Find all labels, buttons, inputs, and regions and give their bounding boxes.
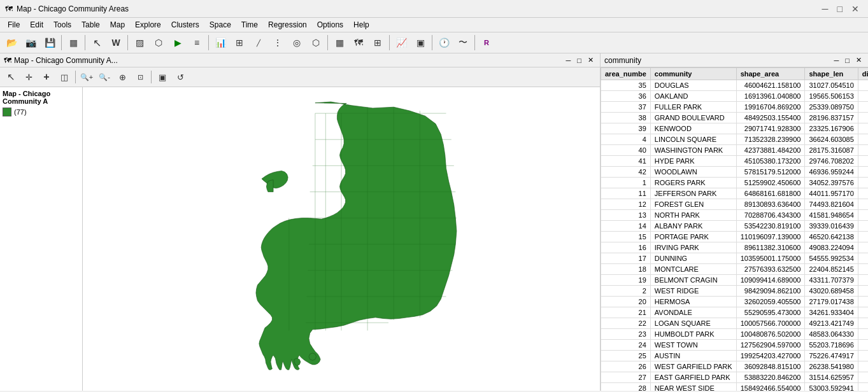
table-cell: 64868161.681800: [736, 188, 805, 199]
wave-btn[interactable]: 〜: [454, 34, 472, 52]
table-row[interactable]: 17DUNNING103595001.17500054555.9925343: [601, 253, 869, 264]
col-header-area-numbe[interactable]: area_numbe: [601, 68, 651, 80]
bar-chart-btn[interactable]: 📊: [211, 34, 229, 52]
table-row[interactable]: 2WEST RIDGE98429094.86210043020.6894581: [601, 286, 869, 297]
add-layer-btn[interactable]: +: [38, 69, 55, 85]
menu-regression[interactable]: Regression: [263, 19, 312, 31]
cart-btn[interactable]: ⊞: [369, 34, 387, 52]
menu-file[interactable]: File: [3, 19, 25, 31]
dot-plot-btn[interactable]: ⋮: [269, 34, 287, 52]
table-cell: 19565.506153: [805, 91, 858, 102]
table-cell: 43311.707379: [805, 275, 858, 286]
map-close-btn[interactable]: ✕: [585, 55, 596, 65]
close-btn[interactable]: ✕: [848, 3, 863, 15]
menu-table[interactable]: Table: [76, 19, 105, 31]
grid-btn[interactable]: ▦: [331, 34, 348, 52]
table-row[interactable]: 25AUSTIN199254203.42700075226.4749175: [601, 351, 869, 361]
pan-tool-btn[interactable]: ✛: [20, 69, 37, 85]
map-maximize-btn[interactable]: □: [574, 55, 584, 65]
table-row[interactable]: 1ROGERS PARK51259902.45060034052.3975761: [601, 178, 869, 188]
menu-help[interactable]: Help: [348, 19, 374, 31]
layout-btn[interactable]: ▨: [131, 34, 148, 52]
refresh-btn[interactable]: ↺: [172, 69, 189, 85]
select-rect-btn[interactable]: ▣: [154, 69, 171, 85]
lines-btn[interactable]: ≡: [188, 34, 206, 52]
pointer-tool-btn[interactable]: ↖: [3, 69, 19, 85]
col-header-shape-len[interactable]: shape_len: [805, 68, 858, 80]
menu-explore[interactable]: Explore: [130, 19, 166, 31]
table-btn[interactable]: ▦: [64, 34, 82, 52]
table-row[interactable]: 23HUMBOLDT PARK100480876.50200048583.064…: [601, 329, 869, 340]
table-row[interactable]: 38GRAND BOULEVARD48492503.15540028196.83…: [601, 113, 869, 123]
graph-btn[interactable]: ⬡: [150, 34, 167, 52]
save-btn[interactable]: 💾: [41, 34, 59, 52]
line-plot-btn[interactable]: ╱: [250, 34, 267, 52]
table-row[interactable]: 16IRVING PARK89611382.31060049083.224094…: [601, 242, 869, 253]
table-row[interactable]: 11JEFFERSON PARK64868161.68180044011.957…: [601, 188, 869, 199]
clock-btn[interactable]: 🕐: [435, 34, 453, 52]
dashboard-btn[interactable]: ▣: [411, 34, 429, 52]
table-row[interactable]: 28NEAR WEST SIDE158492466.55400053003.59…: [601, 383, 869, 391]
table-row[interactable]: 20HERMOSA32602059.40550027179.0174383: [601, 297, 869, 307]
col-header-community[interactable]: community: [650, 68, 736, 80]
table-close-btn[interactable]: ✕: [853, 55, 864, 65]
extent-btn[interactable]: ⊡: [132, 69, 148, 85]
line-chart-btn[interactable]: 📈: [392, 34, 410, 52]
table-minimize-btn[interactable]: ─: [832, 55, 842, 65]
menu-edit[interactable]: Edit: [25, 19, 48, 31]
wizard-btn[interactable]: W: [107, 34, 125, 52]
reg-btn[interactable]: R: [478, 34, 495, 52]
map2-btn[interactable]: 🗺: [350, 34, 367, 52]
layer-mgr-btn[interactable]: ◫: [56, 69, 73, 85]
table-row[interactable]: 21AVONDALE55290595.47300034261.9334043: [601, 307, 869, 318]
open-folder-btn[interactable]: 📂: [3, 34, 20, 52]
map-minimize-btn[interactable]: ─: [564, 55, 574, 65]
table-row[interactable]: 40WASHINGTON PARK42373881.48420028175.31…: [601, 145, 869, 156]
zoom-in-btn[interactable]: 🔍+: [78, 69, 95, 85]
table-row[interactable]: 18MONTCLARE27576393.63250022404.8521453: [601, 264, 869, 275]
play-btn[interactable]: ▶: [169, 34, 187, 52]
table-row[interactable]: 37FULLER PARK19916704.86920025339.089750…: [601, 102, 869, 113]
table-cell: 16913961.040800: [736, 91, 805, 102]
menu-map[interactable]: Map: [105, 19, 130, 31]
pan-tool2-btn[interactable]: ⊕: [114, 69, 131, 85]
table-cell: 31027.054510: [805, 80, 858, 91]
table-row[interactable]: 39KENWOOD29071741.92830023325.1679061: [601, 123, 869, 134]
table-row[interactable]: 36OAKLAND16913961.04080019565.5061537: [601, 91, 869, 102]
col-header-districtno[interactable]: districtno: [858, 68, 868, 80]
table-row[interactable]: 19BELMONT CRAGIN109099414.68900043311.70…: [601, 275, 869, 286]
camera-btn[interactable]: 📷: [22, 34, 39, 52]
table-window-title: community: [604, 56, 641, 65]
table-row[interactable]: 13NORTH PARK70288706.43430041581.9486541: [601, 210, 869, 221]
table-row[interactable]: 14ALBANY PARK53542230.81910039339.016439…: [601, 221, 869, 232]
table-row[interactable]: 35DOUGLAS46004621.15810031027.0545107: [601, 80, 869, 91]
minimize-btn[interactable]: ─: [818, 3, 832, 15]
menu-clusters[interactable]: Clusters: [166, 19, 204, 31]
table-maximize-btn[interactable]: □: [843, 55, 852, 65]
bubble-btn[interactable]: ◎: [288, 34, 306, 52]
table-row[interactable]: 41HYDE PARK45105380.17320029746.7082027: [601, 156, 869, 167]
table-row[interactable]: 4LINCOLN SQUARE71352328.23990036624.6030…: [601, 134, 869, 145]
table-row[interactable]: 26WEST GARFIELD PARK36092848.81510026238…: [601, 361, 869, 372]
hex-btn[interactable]: ⬡: [307, 34, 325, 52]
table-row[interactable]: 42WOODLAWN57815179.51200046936.9592447: [601, 167, 869, 178]
data-table[interactable]: area_numbe community shape_area shape_le…: [601, 67, 868, 391]
table-row[interactable]: 15PORTAGE PARK110196097.13900046520.6421…: [601, 232, 869, 242]
maximize-btn[interactable]: □: [834, 3, 846, 15]
menu-tools[interactable]: Tools: [48, 19, 76, 31]
col-header-shape-area[interactable]: shape_area: [736, 68, 805, 80]
menu-space[interactable]: Space: [204, 19, 236, 31]
table-row[interactable]: 12FOREST GLEN89130893.63640074493.821604…: [601, 199, 869, 210]
menu-time[interactable]: Time: [236, 19, 263, 31]
table-cell: IRVING PARK: [650, 242, 736, 253]
table-row[interactable]: 22LOGAN SQUARE100057566.70000049213.4217…: [601, 318, 869, 329]
menu-options[interactable]: Options: [312, 19, 348, 31]
map-svg-container[interactable]: [83, 87, 600, 391]
select-btn[interactable]: ↖: [88, 34, 106, 52]
app-icon: 🗺: [5, 4, 13, 13]
scatter-btn[interactable]: ⊞: [231, 34, 248, 52]
table-row[interactable]: 27EAST GARFIELD PARK53883220.84620031514…: [601, 372, 869, 383]
table-row[interactable]: 24WEST TOWN127562904.59700055203.7186965: [601, 340, 869, 351]
zoom-out-btn[interactable]: 🔍-: [96, 69, 113, 85]
table-cell: 199254203.427000: [736, 351, 805, 361]
